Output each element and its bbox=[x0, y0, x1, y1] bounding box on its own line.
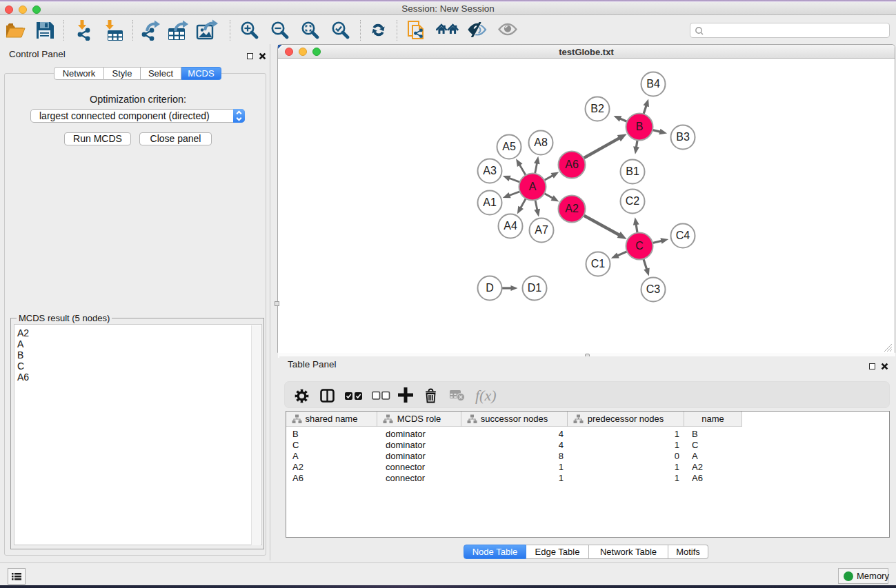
svg-text:C1: C1 bbox=[591, 258, 606, 270]
svg-text:A6: A6 bbox=[565, 159, 579, 170]
svg-text:A7: A7 bbox=[535, 224, 548, 236]
svg-text:B1: B1 bbox=[626, 165, 639, 177]
svg-text:B: B bbox=[636, 121, 644, 132]
svg-text:C: C bbox=[635, 240, 644, 252]
svg-text:D1: D1 bbox=[528, 282, 542, 294]
svg-text:B2: B2 bbox=[590, 103, 604, 114]
svg-text:A4: A4 bbox=[504, 220, 517, 232]
svg-text:C4: C4 bbox=[676, 230, 690, 241]
svg-text:C3: C3 bbox=[646, 283, 661, 295]
svg-text:A: A bbox=[529, 181, 537, 192]
svg-text:B3: B3 bbox=[676, 131, 690, 143]
svg-text:D: D bbox=[486, 282, 494, 294]
svg-text:A3: A3 bbox=[483, 165, 497, 176]
svg-text:A1: A1 bbox=[483, 196, 497, 208]
svg-text:A5: A5 bbox=[502, 141, 516, 152]
svg-text:A2: A2 bbox=[565, 203, 579, 214]
svg-text:A8: A8 bbox=[534, 136, 548, 148]
svg-text:C2: C2 bbox=[626, 195, 640, 207]
svg-text:B4: B4 bbox=[646, 78, 660, 90]
